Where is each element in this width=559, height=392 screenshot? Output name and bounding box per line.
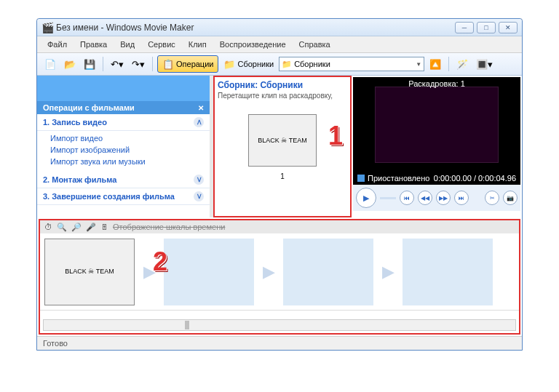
storyboard-empty-slot[interactable] <box>283 239 373 305</box>
app-icon: 🎬 <box>41 22 53 33</box>
save-button[interactable]: 💾 <box>81 55 98 73</box>
play-button[interactable]: ▶ <box>356 188 376 208</box>
transition-slot[interactable]: ▶ <box>378 262 398 282</box>
separator <box>152 57 153 71</box>
chevron-down-icon[interactable]: ᐯ <box>194 191 204 201</box>
view-button[interactable]: 🔳▾ <box>473 55 496 73</box>
zoom-out-icon[interactable]: 🔎 <box>71 223 82 232</box>
step-back-button[interactable]: ◀◀ <box>418 191 432 205</box>
clip-label: 1 <box>280 172 285 180</box>
storyboard-empty-slot[interactable] <box>403 239 493 305</box>
storyboard: ⏱ 🔍 🔎 🎤 🎚 Отображение шкалы времени BLAC… <box>39 219 520 335</box>
collection-pane: Сборник: Сборники Перетащите клип на рас… <box>213 76 352 217</box>
separator <box>448 57 449 71</box>
task-group-3[interactable]: 3. Завершение создания фильма ᐯ <box>37 188 210 205</box>
clip-artwork: BLACK ☠ TEAM <box>65 268 114 275</box>
open-button[interactable]: 📂 <box>61 55 79 73</box>
menu-help[interactable]: Справка <box>293 38 336 51</box>
tasks-button[interactable]: 📋Операции <box>157 55 218 73</box>
chevron-up-icon[interactable]: ᐱ <box>194 117 204 127</box>
preview-time: 0:00:00.00 / 0:00:04.96 <box>434 174 516 183</box>
import-video-link[interactable]: Импорт видео <box>50 132 205 144</box>
storyboard-empty-slot[interactable] <box>164 239 254 305</box>
minimize-button[interactable]: ─ <box>455 22 474 33</box>
collection-subtitle: Перетащите клип на раскадровку, <box>218 92 347 100</box>
storyboard-clip-1[interactable]: BLACK ☠ TEAM <box>44 239 135 305</box>
storyboard-ruler <box>40 310 519 319</box>
narrate-icon[interactable]: 🎤 <box>86 223 96 232</box>
seek-slider[interactable] <box>380 197 396 199</box>
collection-dropdown-value: Сборники <box>294 60 330 68</box>
menu-clip[interactable]: Клип <box>183 38 213 51</box>
preview-title: Раскадровка: 1 <box>353 79 520 88</box>
menu-view[interactable]: Вид <box>114 38 140 51</box>
split-button[interactable]: ✂ <box>485 191 499 205</box>
menu-file[interactable]: Файл <box>41 38 73 51</box>
collections-button[interactable]: 📁Сборники <box>221 55 277 73</box>
audio-levels-icon[interactable]: 🎚 <box>100 223 108 231</box>
folder-icon: 📁 <box>282 60 292 69</box>
properties-button[interactable]: 🪄 <box>453 55 471 73</box>
menu-bar: Файл Правка Вид Сервис Клип Воспроизведе… <box>37 36 522 53</box>
task-group-1[interactable]: 1. Запись видео ᐱ <box>37 114 210 131</box>
collection-clip-1[interactable]: BLACK ☠ TEAM <box>248 114 317 167</box>
transition-slot[interactable]: ▶ <box>258 262 279 282</box>
preview-viewport <box>375 87 499 163</box>
close-tasks-icon[interactable]: ✕ <box>198 104 204 112</box>
close-button[interactable]: ✕ <box>499 22 518 33</box>
timeline-tool-icon[interactable]: ⏱ <box>44 223 52 231</box>
collection-title: Сборник: Сборники <box>218 80 347 90</box>
menu-tools[interactable]: Сервис <box>142 38 181 51</box>
up-level-button[interactable]: 🔼 <box>427 55 444 73</box>
redo-button[interactable]: ↷▾ <box>129 55 148 73</box>
zoom-in-icon[interactable]: 🔍 <box>57 223 67 232</box>
import-images-link[interactable]: Импорт изображений <box>50 144 205 156</box>
annotation-2: 2 <box>153 247 167 277</box>
timeline-mode-label[interactable]: Отображение шкалы времени <box>113 223 225 231</box>
clip-artwork: BLACK ☠ TEAM <box>258 137 306 144</box>
maximize-button[interactable]: □ <box>477 22 496 33</box>
task-group-2[interactable]: 2. Монтаж фильма ᐯ <box>37 172 210 188</box>
annotation-1: 1 <box>328 121 343 151</box>
separator <box>103 57 103 71</box>
status-bar: Готово <box>37 336 522 350</box>
chevron-down-icon[interactable]: ᐯ <box>194 175 204 185</box>
menu-play[interactable]: Воспроизведение <box>214 38 292 51</box>
forward-end-button[interactable]: ⏭ <box>454 191 469 205</box>
rewind-start-button[interactable]: ⏮ <box>400 191 414 205</box>
tasks-pane-title: Операции с фильмами <box>43 103 135 112</box>
snapshot-button[interactable]: 📷 <box>503 191 518 205</box>
preview-pane: Раскадровка: 1 Приостановлено 0:00:00.00… <box>352 76 522 217</box>
new-button[interactable]: 📄 <box>41 55 59 73</box>
window-title: Без имени - Windows Movie Maker <box>56 23 455 33</box>
chevron-down-icon: ▼ <box>416 61 421 68</box>
toolbar: 📄 📂 💾 ↶▾ ↷▾ 📋Операции 📁Сборники 📁 Сборни… <box>37 53 522 76</box>
stop-icon[interactable] <box>357 175 365 182</box>
undo-button[interactable]: ↶▾ <box>108 55 127 73</box>
collection-dropdown[interactable]: 📁 Сборники ▼ <box>279 57 424 71</box>
import-audio-link[interactable]: Импорт звука или музыки <box>50 156 205 167</box>
preview-state: Приостановлено <box>368 174 429 183</box>
tasks-pane: Операции с фильмами ✕ 1. Запись видео ᐱ … <box>37 76 210 217</box>
transport-controls: ▶ ⏮ ◀◀ ▶▶ ⏭ ✂ 📷 <box>353 185 520 211</box>
menu-edit[interactable]: Правка <box>74 38 113 51</box>
tasks-pane-header-bg <box>37 76 210 101</box>
storyboard-scrollbar[interactable] <box>43 319 516 331</box>
step-fwd-button[interactable]: ▶▶ <box>436 191 451 205</box>
